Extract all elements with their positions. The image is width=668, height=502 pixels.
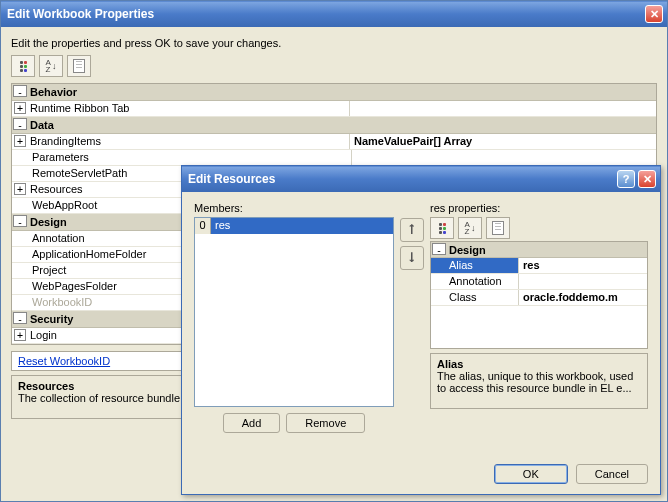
sub-categorized-button[interactable] — [430, 217, 454, 239]
remove-button[interactable]: Remove — [286, 413, 365, 433]
member-index: 0 — [195, 218, 211, 234]
reset-workbookid-link[interactable]: Reset WorkbookID — [18, 355, 110, 367]
member-name: res — [211, 218, 230, 234]
ok-button[interactable]: OK — [494, 464, 568, 484]
collapse-icon[interactable]: - — [13, 118, 27, 130]
sub-property-row[interactable]: Classoracle.foddemo.m — [431, 290, 647, 306]
category-label: Design — [30, 214, 67, 230]
property-value[interactable]: NameValuePair[] Array — [350, 134, 656, 149]
property-value[interactable] — [352, 150, 656, 165]
category-label: Security — [30, 311, 73, 327]
property-name: Parameters — [30, 150, 352, 165]
category-label: Data — [30, 117, 54, 133]
main-title: Edit Workbook Properties — [7, 7, 645, 21]
main-titlebar: Edit Workbook Properties ✕ — [1, 1, 667, 27]
sub-close-icon[interactable]: ✕ — [638, 170, 656, 188]
sub-property-row[interactable]: Aliasres — [431, 258, 647, 274]
sub-property-row[interactable]: Annotation — [431, 274, 647, 290]
members-label: Members: — [194, 202, 394, 214]
sub-property-value[interactable]: oracle.foddemo.m — [519, 290, 647, 305]
sub-category-row[interactable]: -Design — [431, 242, 647, 258]
move-up-button[interactable]: 🠕 — [400, 218, 424, 242]
sub-property-pages-button[interactable] — [486, 217, 510, 239]
collapse-icon[interactable]: - — [13, 312, 27, 324]
property-name: BrandingItems — [28, 134, 350, 149]
sub-property-name: Class — [431, 290, 519, 305]
category-label: Design — [449, 242, 486, 257]
property-pages-button[interactable] — [67, 55, 91, 77]
main-toolbar: AZ↓ — [1, 55, 667, 83]
collapse-icon[interactable]: - — [432, 243, 446, 255]
sub-property-value[interactable]: res — [519, 258, 647, 273]
sub-toolbar: AZ↓ — [430, 217, 648, 239]
expand-icon[interactable]: + — [14, 135, 26, 147]
cancel-button[interactable]: Cancel — [576, 464, 648, 484]
sub-help-text: The alias, unique to this workbook, used… — [437, 370, 641, 394]
props-label: res properties: — [430, 202, 648, 214]
sub-property-name: Annotation — [431, 274, 519, 289]
help-icon[interactable]: ? — [617, 170, 635, 188]
member-item[interactable]: 0res — [195, 218, 393, 234]
sub-alphabetical-button[interactable]: AZ↓ — [458, 217, 482, 239]
property-row[interactable]: +BrandingItemsNameValuePair[] Array — [12, 134, 656, 150]
collapse-icon[interactable]: - — [13, 215, 27, 227]
category-row[interactable]: -Behavior — [12, 84, 656, 101]
members-list[interactable]: 0res — [194, 217, 394, 407]
sub-help-title: Alias — [437, 358, 641, 370]
category-row[interactable]: -Data — [12, 117, 656, 134]
expand-icon[interactable]: + — [14, 183, 26, 195]
property-name: Runtime Ribbon Tab — [28, 101, 350, 116]
property-value[interactable] — [350, 101, 656, 116]
category-label: Behavior — [30, 84, 77, 100]
property-row[interactable]: Parameters — [12, 150, 656, 166]
categorized-button[interactable] — [11, 55, 35, 77]
sub-property-value[interactable] — [519, 274, 647, 289]
close-icon[interactable]: ✕ — [645, 5, 663, 23]
collapse-icon[interactable]: - — [13, 85, 27, 97]
expand-icon[interactable]: + — [14, 329, 26, 341]
sub-property-grid[interactable]: -DesignAliasresAnnotationClassoracle.fod… — [430, 241, 648, 349]
sub-titlebar: Edit Resources ? ✕ — [182, 166, 660, 192]
sub-property-name: Alias — [431, 258, 519, 273]
sub-help-panel: Alias The alias, unique to this workbook… — [430, 353, 648, 409]
instruction-text: Edit the properties and press OK to save… — [1, 27, 667, 55]
add-button[interactable]: Add — [223, 413, 281, 433]
alphabetical-button[interactable]: AZ↓ — [39, 55, 63, 77]
move-down-button[interactable]: 🠗 — [400, 246, 424, 270]
property-row[interactable]: +Runtime Ribbon Tab — [12, 101, 656, 117]
expand-icon[interactable]: + — [14, 102, 26, 114]
sub-title: Edit Resources — [188, 172, 617, 186]
sub-dialog: Edit Resources ? ✕ Members: 0res Add Rem… — [181, 165, 661, 495]
